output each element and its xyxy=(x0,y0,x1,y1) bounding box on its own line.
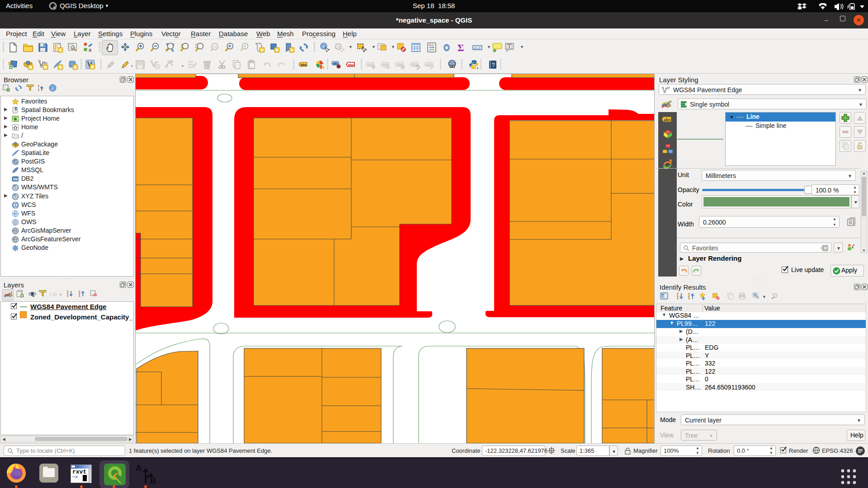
svg-text:i: i xyxy=(323,43,324,49)
svg-text:T: T xyxy=(508,43,511,49)
svg-text:abc: abc xyxy=(301,63,307,67)
svg-text:ε: ε xyxy=(50,291,52,297)
svg-text:ab: ab xyxy=(333,61,337,66)
svg-text:A: A xyxy=(136,464,142,473)
svg-text:?: ? xyxy=(492,62,495,68)
svg-text:abc: abc xyxy=(664,117,670,122)
svg-text:1:1: 1:1 xyxy=(213,46,217,48)
svg-text:abc: abc xyxy=(412,63,418,67)
svg-text:V: V xyxy=(14,212,16,216)
svg-text:i: i xyxy=(52,85,53,91)
svg-text:DB2: DB2 xyxy=(13,178,19,181)
svg-text:i: i xyxy=(755,293,755,296)
svg-text:Σ: Σ xyxy=(458,42,464,53)
svg-text:abc: abc xyxy=(348,63,354,67)
svg-text:a: a xyxy=(89,47,92,52)
svg-text:B: B xyxy=(150,476,156,485)
